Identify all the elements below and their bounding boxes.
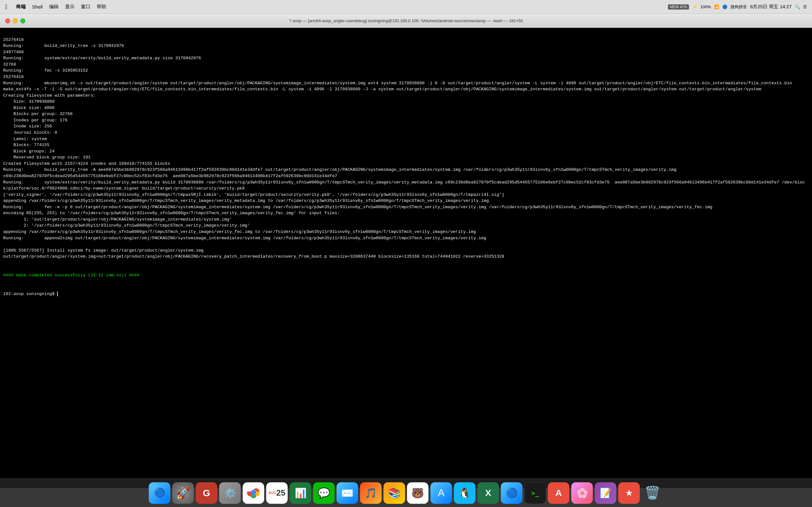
close-button[interactable] (5, 18, 10, 23)
dock-launchpad[interactable]: 🚀 (172, 482, 194, 504)
traffic-lights (5, 18, 26, 23)
apple-menu[interactable]:  (5, 3, 7, 10)
dock-trash[interactable]: 🗑️ (642, 482, 663, 504)
dock-red-app[interactable]: ★ (618, 482, 640, 504)
maximize-button[interactable] (20, 18, 26, 23)
dock-finder[interactable]: 🔵 (149, 482, 170, 504)
dock-meitu[interactable]: 🌸 (571, 482, 593, 504)
dock-system-preferences[interactable]: ⚙️ (219, 482, 241, 504)
input-method[interactable]: 搜狗拼音 (730, 4, 747, 10)
dock-excel[interactable]: X (477, 482, 499, 504)
dock-appstore[interactable]: A (430, 482, 452, 504)
terminal-content[interactable]: 25276416 Running: build_verity_tree -s 3… (0, 28, 812, 488)
bluetooth-icon: 🔵 (722, 4, 727, 9)
battery-icon: ⚡ (692, 4, 697, 9)
minimize-button[interactable] (13, 18, 18, 23)
mem-label: MEM 42% (668, 4, 689, 9)
dock-acrobat[interactable]: A (548, 482, 569, 504)
dock-bear[interactable]: 🐻 (407, 482, 428, 504)
search-icon[interactable]: 🔍 (795, 4, 800, 9)
menu-window[interactable]: 窗口 (78, 0, 94, 14)
battery-text: 100% (700, 4, 711, 9)
dock-terminal[interactable]: >_ (524, 482, 546, 504)
dock-nustore[interactable]: 📝 (595, 482, 616, 504)
dock-numbers[interactable]: 📊 (290, 482, 311, 504)
svg-text:🔵: 🔵 (154, 487, 165, 498)
menu-help[interactable]: 帮助 (94, 0, 109, 14)
menubar-right: MEM 42% ⚡ 100% 📶 🔵 搜狗拼音 8月25日 周五 14:27 🔍… (668, 4, 807, 10)
clock: 8月25日 周五 14:27 (750, 4, 792, 10)
dock: 🔵 🚀 G ⚙️ AUG 25 📊 💬 ✉️ (0, 478, 812, 507)
notification-icon[interactable]: ☰ (803, 4, 807, 9)
dock-qq[interactable]: 🐧 (454, 482, 475, 504)
dock-calendar[interactable]: AUG 25 (266, 482, 288, 504)
menu-edit[interactable]: 编辑 (46, 0, 62, 14)
svg-point-4 (251, 491, 256, 495)
dock-finder2[interactable]: 🔵 (501, 482, 522, 504)
menu-bar:  终端 Shell 编辑 显示 窗口 帮助 MEM 42% ⚡ 100% 📶 … (0, 0, 812, 14)
menu-terminal[interactable]: 终端 (13, 0, 29, 14)
dock-music[interactable]: 🎵 (360, 482, 382, 504)
dock-ibooks[interactable]: 📚 (384, 482, 405, 504)
battery-level: 100% (700, 4, 711, 9)
dock-messages[interactable]: ✉️ (337, 482, 358, 504)
memory-status: MEM 42% (668, 4, 689, 9)
title-bar: ? aosp — [arm64-aosp_angler-userdebug] s… (0, 14, 812, 28)
window-title: ? aosp — [arm64-aosp_angler-userdebug] s… (289, 18, 523, 23)
dock-app-red[interactable]: G (196, 482, 217, 504)
wifi-icon: 📶 (714, 4, 719, 9)
dock-chrome[interactable] (243, 482, 264, 504)
dock-wechat[interactable]: 💬 (313, 482, 335, 504)
menu-view[interactable]: 显示 (62, 0, 78, 14)
menu-shell[interactable]: Shell (29, 0, 46, 14)
